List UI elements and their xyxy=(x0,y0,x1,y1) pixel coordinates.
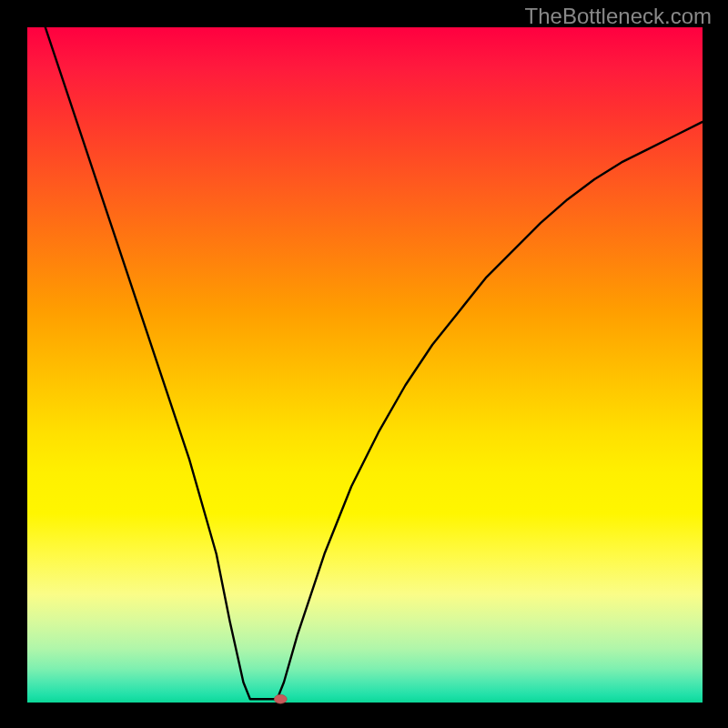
plot-area xyxy=(27,27,703,703)
watermark-text: TheBottleneck.com xyxy=(525,4,712,29)
curve-svg xyxy=(27,27,703,703)
chart-container: TheBottleneck.com xyxy=(0,0,728,728)
optimal-point-marker xyxy=(274,694,287,703)
bottleneck-curve-path xyxy=(27,0,703,699)
